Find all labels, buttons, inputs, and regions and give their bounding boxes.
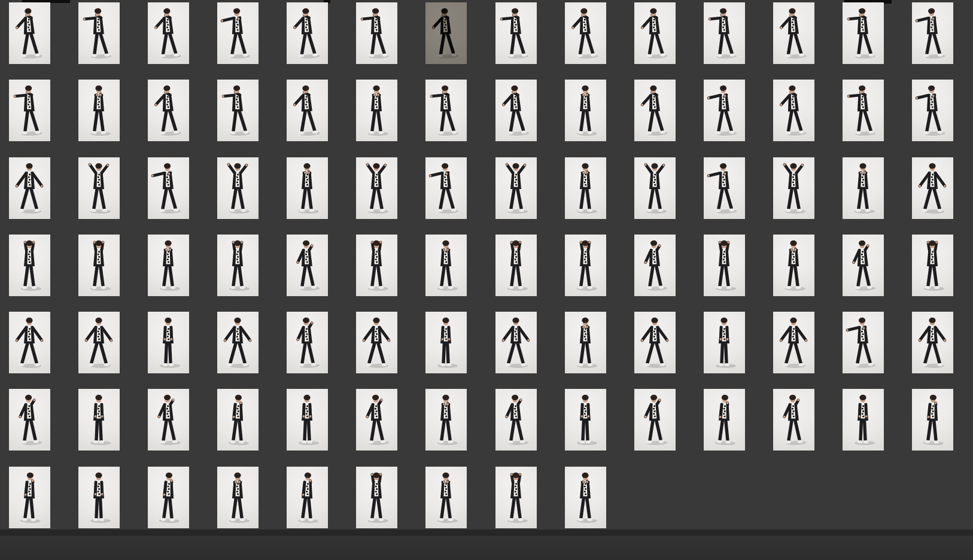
photo-thumbnail[interactable] (704, 80, 745, 141)
photo-thumbnail[interactable] (425, 2, 467, 64)
photo-thumbnail[interactable] (773, 235, 814, 296)
photo-thumbnail[interactable] (148, 2, 189, 64)
photo-thumbnail[interactable] (425, 312, 467, 373)
photo-thumbnail[interactable] (495, 312, 537, 373)
photo-thumbnail[interactable] (425, 80, 467, 141)
photo-thumbnail[interactable] (217, 157, 259, 219)
photo-thumbnail[interactable] (217, 2, 259, 64)
photo-thumbnail[interactable] (217, 235, 259, 296)
horizontal-scrollbar-track (0, 529, 973, 535)
photo-thumbnail[interactable] (704, 157, 745, 219)
photo-thumbnail[interactable] (9, 389, 50, 451)
photo-thumbnail[interactable] (495, 2, 537, 64)
photo-thumbnail[interactable] (843, 80, 884, 141)
photo-thumbnail[interactable] (217, 312, 259, 373)
photo-thumbnail[interactable] (495, 80, 537, 141)
photo-thumbnail[interactable] (565, 312, 606, 373)
photo-thumbnail[interactable] (843, 2, 884, 64)
photo-thumbnail[interactable] (9, 467, 50, 528)
photo-thumbnail[interactable] (9, 157, 50, 219)
photo-thumbnail[interactable] (356, 235, 397, 296)
photo-thumbnail[interactable] (148, 312, 189, 373)
photo-thumbnail[interactable] (78, 235, 120, 296)
photo-thumbnail[interactable] (634, 312, 676, 373)
photo-thumbnail[interactable] (9, 235, 50, 296)
photo-thumbnail[interactable] (287, 389, 328, 451)
photo-thumbnail[interactable] (9, 2, 50, 64)
photo-thumbnail[interactable] (634, 157, 676, 219)
photo-thumbnail[interactable] (148, 467, 189, 528)
photo-thumbnail[interactable] (356, 312, 397, 373)
photo-thumbnail[interactable] (287, 80, 328, 141)
photo-thumbnail[interactable] (495, 235, 537, 296)
photo-thumbnail[interactable] (634, 389, 676, 451)
photo-thumbnail[interactable] (704, 389, 745, 451)
photo-thumbnail[interactable] (565, 389, 606, 451)
photo-thumbnail[interactable] (634, 80, 676, 141)
photo-thumbnail[interactable] (634, 235, 676, 296)
photo-thumbnail[interactable] (704, 2, 745, 64)
photo-thumbnail[interactable] (843, 235, 884, 296)
photo-thumbnail[interactable] (704, 312, 745, 373)
photo-thumbnail[interactable] (843, 389, 884, 451)
photo-thumbnail[interactable] (287, 2, 328, 64)
photo-thumbnail[interactable] (217, 80, 259, 141)
photo-thumbnail[interactable] (565, 2, 606, 64)
photo-thumbnail[interactable] (565, 80, 606, 141)
photo-thumbnail[interactable] (912, 235, 953, 296)
photo-thumbnail[interactable] (356, 389, 397, 451)
photo-thumbnail[interactable] (773, 389, 814, 451)
photo-thumbnail[interactable] (425, 467, 467, 528)
photo-thumbnail[interactable] (287, 312, 328, 373)
photo-thumbnail[interactable] (148, 389, 189, 451)
photo-thumbnail[interactable] (773, 80, 814, 141)
photo-thumbnail[interactable] (773, 312, 814, 373)
photo-thumbnail[interactable] (843, 157, 884, 219)
photo-thumbnail[interactable] (356, 157, 397, 219)
photo-thumbnail[interactable] (912, 389, 953, 451)
photo-thumbnail[interactable] (912, 80, 953, 141)
photo-thumbnail[interactable] (78, 80, 120, 141)
photo-thumbnail[interactable] (9, 80, 50, 141)
photo-thumbnail[interactable] (78, 312, 120, 373)
photo-thumbnail[interactable] (78, 467, 120, 528)
photo-thumbnail[interactable] (148, 157, 189, 219)
photo-browser-window: 93 个项目 − + (0, 0, 973, 560)
photo-thumbnail[interactable] (287, 157, 328, 219)
photo-thumbnail[interactable] (425, 235, 467, 296)
photo-thumbnail[interactable] (217, 467, 259, 528)
photo-thumbnail[interactable] (495, 467, 537, 528)
photo-thumbnail[interactable] (495, 157, 537, 219)
photo-thumbnail[interactable] (495, 389, 537, 451)
photo-thumbnail[interactable] (148, 80, 189, 141)
photo-thumbnail[interactable] (287, 467, 328, 528)
photo-thumbnail[interactable] (148, 235, 189, 296)
photo-thumbnail[interactable] (634, 2, 676, 64)
photo-thumbnail[interactable] (356, 467, 397, 528)
photo-thumbnail[interactable] (9, 312, 50, 373)
photo-thumbnail[interactable] (912, 2, 953, 64)
photo-thumbnail[interactable] (565, 157, 606, 219)
photo-thumbnail[interactable] (773, 157, 814, 219)
photo-thumbnail[interactable] (78, 389, 120, 451)
photo-thumbnail[interactable] (565, 467, 606, 528)
photo-thumbnail[interactable] (287, 235, 328, 296)
bottom-toolbar: 93 个项目 − + (0, 535, 973, 560)
photo-thumbnail[interactable] (912, 312, 953, 373)
photo-thumbnail[interactable] (78, 157, 120, 219)
photo-thumbnail[interactable] (565, 235, 606, 296)
photo-thumbnail[interactable] (356, 80, 397, 141)
photo-thumbnail[interactable] (912, 157, 953, 219)
photo-thumbnail[interactable] (773, 2, 814, 64)
photo-thumbnail[interactable] (78, 2, 120, 64)
thumbnail-grid (0, 2, 968, 544)
photo-thumbnail[interactable] (425, 157, 467, 219)
photo-thumbnail[interactable] (425, 389, 467, 451)
photo-thumbnail[interactable] (843, 312, 884, 373)
photo-thumbnail[interactable] (356, 2, 397, 64)
photo-thumbnail[interactable] (704, 235, 745, 296)
photo-thumbnail[interactable] (217, 389, 259, 451)
